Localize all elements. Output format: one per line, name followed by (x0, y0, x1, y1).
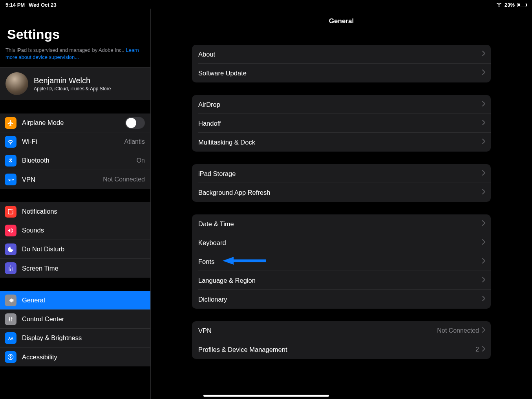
chevron-right-icon (482, 189, 485, 196)
battery-icon (517, 3, 527, 7)
controlcenter-icon (5, 313, 16, 325)
sidebar-item-bluetooth[interactable]: BluetoothOn (0, 151, 150, 170)
sidebar-item-vpn[interactable]: VPNVPNNot Connected (0, 170, 150, 189)
sidebar-item-label: Airplane Mode (22, 119, 120, 126)
content-row-software-update[interactable]: Software Update (192, 64, 491, 82)
display-icon: AA (5, 332, 16, 344)
sidebar[interactable]: Settings This iPad is supervised and man… (0, 9, 151, 399)
battery-percent: 23% (505, 2, 515, 8)
sidebar-item-label: Control Center (22, 315, 145, 323)
chevron-right-icon (482, 346, 485, 353)
sidebar-item-general[interactable]: General (0, 291, 150, 310)
chevron-right-icon (482, 139, 485, 146)
content-label: About (198, 51, 482, 58)
svg-point-2 (11, 209, 13, 211)
content-row-profiles-device-management[interactable]: Profiles & Device Management2 (192, 340, 491, 359)
content-value: Not Connected (437, 327, 479, 334)
chevron-right-icon (482, 120, 485, 127)
status-bar: 5:14 PM Wed Oct 23 23% (0, 0, 532, 9)
status-date: Wed Oct 23 (29, 2, 57, 8)
sidebar-item-label: Notifications (22, 208, 145, 215)
content-label: Date & Time (198, 220, 482, 228)
airplane-icon (5, 117, 16, 129)
profile-subtitle: Apple ID, iCloud, iTunes & App Store (34, 86, 111, 92)
svg-text:VPN: VPN (8, 178, 14, 182)
supervision-notice: This iPad is supervised and managed by A… (0, 47, 150, 67)
sidebar-item-value: Not Connected (103, 176, 145, 183)
chevron-right-icon (482, 170, 485, 177)
sidebar-item-dnd[interactable]: Do Not Disturb (0, 240, 150, 259)
content-value: 2 (475, 346, 479, 353)
content-label: Background App Refresh (198, 189, 482, 196)
sidebar-item-controlcenter[interactable]: Control Center (0, 310, 150, 329)
chevron-right-icon (482, 101, 485, 108)
content-label: Multitasking & Dock (198, 139, 482, 146)
content-row-handoff[interactable]: Handoff (192, 114, 491, 133)
content-row-multitasking-dock[interactable]: Multitasking & Dock (192, 133, 491, 152)
page-title: General (151, 9, 532, 45)
wifi-icon (496, 2, 502, 8)
content-row-vpn[interactable]: VPNNot Connected (192, 321, 491, 340)
chevron-right-icon (482, 239, 485, 246)
content-label: AirDrop (198, 101, 482, 108)
chevron-right-icon (482, 220, 485, 227)
dnd-icon (5, 243, 16, 255)
sounds-icon (5, 225, 16, 236)
content-row-language-region[interactable]: Language & Region (192, 271, 491, 290)
avatar (5, 72, 28, 95)
chevron-right-icon (482, 70, 485, 77)
sidebar-item-label: Bluetooth (22, 157, 131, 164)
content-label: Dictionary (198, 296, 482, 303)
settings-title: Settings (0, 9, 150, 47)
chevron-right-icon (482, 327, 485, 334)
chevron-right-icon (482, 258, 485, 265)
vpn-icon: VPN (5, 174, 16, 185)
general-icon (5, 295, 16, 306)
content-label: iPad Storage (198, 170, 482, 178)
status-time: 5:14 PM (5, 2, 25, 8)
content-row-fonts[interactable]: Fonts (192, 252, 491, 271)
sidebar-item-sounds[interactable]: Sounds (0, 221, 150, 240)
svg-point-3 (9, 318, 10, 320)
sidebar-item-label: Display & Brightness (22, 334, 145, 342)
sidebar-item-label: VPN (22, 176, 97, 183)
sidebar-item-accessibility[interactable]: Accessibility (0, 348, 150, 366)
profile-name: Benjamin Welch (34, 76, 111, 85)
main-pane[interactable]: General AboutSoftware UpdateAirDropHando… (151, 9, 532, 399)
sidebar-item-value: On (137, 157, 145, 164)
content-row-date-time[interactable]: Date & Time (192, 214, 491, 233)
sidebar-item-value: Atlantis (124, 138, 145, 145)
content-label: Profiles & Device Management (198, 346, 475, 353)
accessibility-icon (5, 351, 16, 363)
screentime-icon (5, 262, 16, 274)
sidebar-item-label: General (22, 297, 145, 304)
content-row-keyboard[interactable]: Keyboard (192, 233, 491, 252)
sidebar-item-label: Accessibility (22, 353, 145, 361)
airplane-toggle[interactable] (125, 117, 145, 129)
chevron-right-icon (482, 296, 485, 303)
chevron-right-icon (482, 277, 485, 284)
home-indicator[interactable] (203, 395, 329, 397)
content-label: Software Update (198, 70, 482, 77)
bluetooth-icon (5, 155, 16, 167)
svg-point-7 (10, 355, 11, 356)
svg-point-4 (11, 317, 12, 318)
sidebar-item-label: Screen Time (22, 265, 145, 272)
sidebar-item-airplane[interactable]: Airplane Mode (0, 113, 150, 132)
annotation-arrow (223, 256, 266, 267)
sidebar-item-display[interactable]: AADisplay & Brightness (0, 329, 150, 348)
content-row-ipad-storage[interactable]: iPad Storage (192, 164, 491, 183)
content-label: Handoff (198, 120, 482, 127)
content-row-background-app-refresh[interactable]: Background App Refresh (192, 183, 491, 202)
content-row-airdrop[interactable]: AirDrop (192, 95, 491, 114)
sidebar-item-notifications[interactable]: Notifications (0, 202, 150, 221)
svg-text:AA: AA (8, 337, 13, 340)
notifications-icon (5, 206, 16, 218)
sidebar-item-label: Sounds (22, 227, 145, 234)
profile-row[interactable]: Benjamin Welch Apple ID, iCloud, iTunes … (0, 67, 150, 100)
content-row-about[interactable]: About (192, 45, 491, 64)
content-row-dictionary[interactable]: Dictionary (192, 290, 491, 309)
sidebar-item-wifi[interactable]: Wi-FiAtlantis (0, 132, 150, 151)
sidebar-item-screentime[interactable]: Screen Time (0, 259, 150, 278)
content-label: Language & Region (198, 277, 482, 284)
